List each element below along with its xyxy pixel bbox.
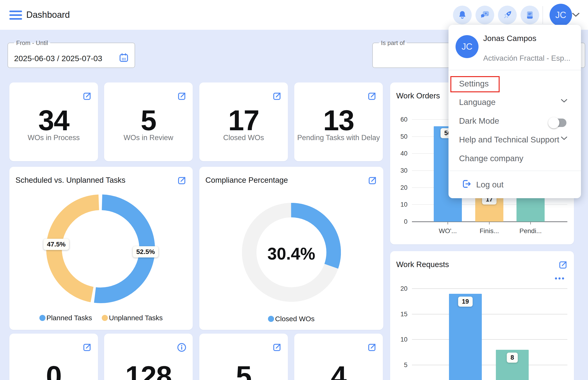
y-axis-tick-label: 15 bbox=[391, 311, 407, 318]
kpi-value: 5 bbox=[104, 104, 193, 137]
user-name: Jonas Campos bbox=[483, 34, 536, 43]
y-axis-tick-label: 40 bbox=[391, 150, 407, 157]
whats-new-button[interactable] bbox=[498, 6, 517, 24]
kpi-label: WOs in Process bbox=[9, 133, 98, 142]
kpi-card-bottom-4[interactable]: 4 bbox=[294, 334, 383, 380]
bar-value-badge: 19 bbox=[458, 297, 473, 307]
gridline bbox=[412, 339, 567, 340]
kpi-label: WOs in Review bbox=[104, 133, 193, 142]
kpi-card-wos-in-review[interactable]: 5 WOs in Review bbox=[104, 82, 193, 161]
x-axis-tick bbox=[530, 222, 531, 225]
kpi-card-pending-tasks[interactable]: 13 Pending Tasks with Delay bbox=[294, 82, 383, 161]
legend-label: Closed WOs bbox=[275, 315, 314, 323]
x-axis-label: WO'... bbox=[439, 227, 457, 235]
kpi-card-closed-wos[interactable]: 17 Closed WOs bbox=[199, 82, 288, 161]
legend-dot bbox=[268, 316, 274, 322]
compliance-percentage-card: Compliance Percentage 30.4% Closed WOs bbox=[199, 167, 383, 330]
external-link-icon[interactable] bbox=[81, 342, 92, 353]
chart-title: Compliance Percentage bbox=[205, 176, 288, 185]
y-axis-tick-label: 50 bbox=[391, 133, 407, 140]
ai-chat-button[interactable] bbox=[475, 6, 494, 24]
settings-highlight-annotation bbox=[450, 76, 500, 92]
legend-item-closed-wos[interactable]: Closed WOs bbox=[268, 315, 314, 323]
kpi-value: 13 bbox=[294, 104, 383, 137]
kpi-value: 0 bbox=[9, 360, 98, 380]
kpi-card-bottom-1[interactable]: 0 bbox=[9, 334, 98, 380]
menu-item-change-company[interactable]: Change company bbox=[448, 149, 581, 167]
external-link-icon[interactable] bbox=[176, 91, 187, 102]
kpi-card-wos-in-process[interactable]: 34 WOs in Process bbox=[9, 82, 98, 161]
scheduled-vs-unplanned-card: Scheduled vs. Unplanned Tasks 47.5% 52.5… bbox=[9, 167, 193, 330]
kpi-label: Closed WOs bbox=[199, 133, 288, 142]
logout-icon bbox=[461, 178, 471, 190]
knowledge-base-button[interactable] bbox=[521, 6, 539, 24]
external-link-icon[interactable] bbox=[81, 91, 92, 102]
gridline bbox=[412, 288, 567, 289]
header-divider bbox=[543, 6, 543, 24]
date-range-value: 2025-06-03 / 2025-07-03 bbox=[14, 54, 102, 63]
kpi-card-bottom-2[interactable]: 128 bbox=[104, 334, 193, 380]
menu-divider bbox=[448, 70, 581, 70]
bar-value-badge: 8 bbox=[507, 353, 518, 363]
y-axis-tick-label: 10 bbox=[391, 336, 407, 343]
x-axis-tick bbox=[489, 222, 489, 225]
legend-item-unplanned[interactable]: Unplanned Tasks bbox=[102, 314, 163, 322]
notifications-bell-button[interactable] bbox=[453, 6, 472, 24]
y-axis-tick-label: 60 bbox=[391, 116, 407, 123]
user-avatar[interactable]: JC bbox=[549, 4, 572, 26]
legend-item-planned[interactable]: Planned Tasks bbox=[39, 314, 92, 322]
hamburger-menu-icon[interactable] bbox=[9, 11, 22, 20]
avatar: JC bbox=[456, 35, 479, 58]
book-icon bbox=[525, 10, 535, 20]
chevron-down-icon[interactable] bbox=[572, 13, 580, 18]
legend-label: Unplanned Tasks bbox=[109, 314, 163, 322]
dark-mode-toggle[interactable] bbox=[549, 118, 567, 127]
y-axis-tick-label: 10 bbox=[391, 201, 407, 208]
menu-item-label: Dark Mode bbox=[459, 116, 499, 126]
compliance-value: 30.4% bbox=[199, 244, 383, 263]
date-range-label: From - Until bbox=[14, 40, 50, 46]
chevron-down-icon bbox=[561, 99, 567, 104]
dashboard-app: Dashboard bbox=[0, 0, 588, 380]
calendar-icon bbox=[118, 52, 129, 63]
legend-dot bbox=[39, 315, 45, 321]
x-axis-tick bbox=[447, 222, 448, 225]
menu-divider bbox=[448, 171, 581, 171]
menu-item-dark-mode[interactable]: Dark Mode bbox=[448, 111, 581, 130]
menu-item-help-support[interactable]: Help and Technical Support bbox=[448, 130, 581, 149]
ai-chat-icon bbox=[479, 10, 490, 20]
y-axis-tick-label: 5 bbox=[391, 361, 407, 369]
kpi-value: 34 bbox=[9, 104, 98, 137]
donut-value-badge: 47.5% bbox=[43, 239, 69, 250]
y-axis-tick-label: 20 bbox=[391, 285, 407, 292]
bar-work-requests-0[interactable] bbox=[449, 294, 482, 380]
legend-label: Planned Tasks bbox=[46, 314, 92, 322]
external-link-icon[interactable] bbox=[271, 91, 282, 102]
menu-item-label: Change company bbox=[459, 154, 523, 163]
external-link-icon[interactable] bbox=[271, 342, 282, 353]
kpi-label: Pending Tasks with Delay bbox=[294, 133, 383, 142]
y-axis-tick-label: 20 bbox=[391, 184, 407, 191]
is-part-of-label: Is part of bbox=[379, 40, 407, 46]
info-icon[interactable] bbox=[176, 342, 187, 353]
page-title: Dashboard bbox=[26, 10, 70, 20]
external-link-icon[interactable] bbox=[366, 91, 377, 102]
menu-item-label: Help and Technical Support bbox=[459, 135, 559, 144]
menu-item-language[interactable]: Language bbox=[448, 92, 581, 111]
date-range-field[interactable]: From - Until 2025-06-03 / 2025-07-03 bbox=[7, 40, 135, 68]
work-requests-chart[interactable]: 2015105198 bbox=[390, 251, 574, 380]
gridline bbox=[412, 365, 567, 365]
menu-item-logout[interactable]: Log out bbox=[448, 175, 581, 193]
chevron-down-icon bbox=[561, 136, 567, 141]
external-link-icon[interactable] bbox=[366, 342, 377, 353]
x-axis-label: Finis... bbox=[480, 227, 499, 235]
chart-title: Scheduled vs. Unplanned Tasks bbox=[16, 176, 125, 185]
user-menu-popup: JC Jonas Campos Activación Fracttal - Es… bbox=[448, 25, 581, 198]
kpi-card-bottom-3[interactable]: 5 bbox=[199, 334, 288, 380]
toggle-knob bbox=[548, 117, 559, 128]
external-link-icon[interactable] bbox=[367, 175, 378, 186]
x-axis-label: Pendi... bbox=[520, 227, 542, 235]
external-link-icon[interactable] bbox=[176, 175, 187, 186]
calendar-button[interactable] bbox=[118, 52, 129, 63]
gridline bbox=[412, 314, 567, 314]
